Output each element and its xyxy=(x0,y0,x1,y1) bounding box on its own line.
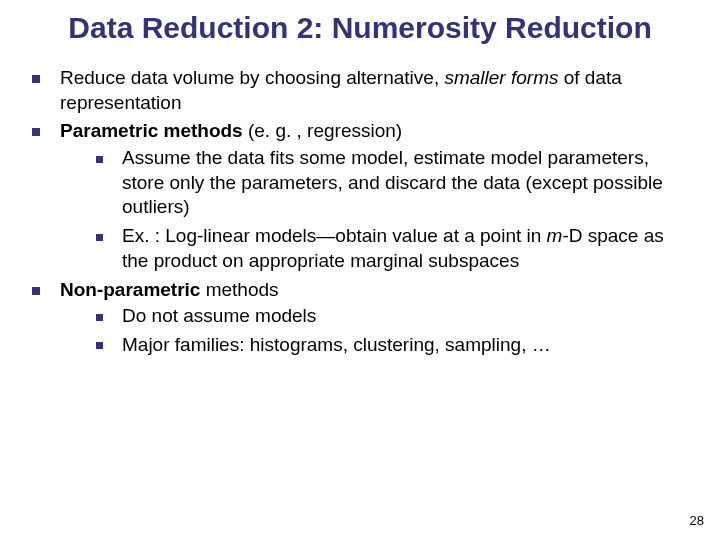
sub-bullet: Ex. : Log-linear models—obtain value at … xyxy=(92,224,692,273)
slide: Data Reduction 2: Numerosity Reduction R… xyxy=(0,0,720,358)
square-bullet-icon xyxy=(96,342,103,349)
text: Reduce data volume by choosing alternati… xyxy=(60,67,444,88)
square-bullet-icon xyxy=(32,75,40,83)
square-bullet-icon xyxy=(96,234,103,241)
text-bold: Parametric methods xyxy=(60,120,243,141)
square-bullet-icon xyxy=(96,156,103,163)
sub-list: Assume the data fits some model, estimat… xyxy=(60,146,692,273)
sub-bullet: Major families: histograms, clustering, … xyxy=(92,333,692,358)
text: (e. g. , regression) xyxy=(243,120,402,141)
text: methods xyxy=(200,279,278,300)
text: Major families: histograms, clustering, … xyxy=(122,334,551,355)
text: Ex. : Log-linear models—obtain value at … xyxy=(122,225,547,246)
text-italic: m xyxy=(547,225,563,246)
bullet-parametric: Parametric methods (e. g. , regression) … xyxy=(28,119,692,273)
sub-bullet: Assume the data fits some model, estimat… xyxy=(92,146,692,220)
slide-title: Data Reduction 2: Numerosity Reduction xyxy=(28,10,692,46)
bullet-list: Reduce data volume by choosing alternati… xyxy=(28,66,692,358)
bullet-nonparametric: Non-parametric methods Do not assume mod… xyxy=(28,278,692,358)
text: Assume the data fits some model, estimat… xyxy=(122,147,663,217)
bullet-intro: Reduce data volume by choosing alternati… xyxy=(28,66,692,115)
square-bullet-icon xyxy=(32,287,40,295)
square-bullet-icon xyxy=(96,314,103,321)
text-italic: smaller forms xyxy=(444,67,558,88)
slide-content: Reduce data volume by choosing alternati… xyxy=(28,66,692,358)
sub-list: Do not assume models Major families: his… xyxy=(60,304,692,357)
sub-bullet: Do not assume models xyxy=(92,304,692,329)
square-bullet-icon xyxy=(32,128,40,136)
text-bold: Non-parametric xyxy=(60,279,200,300)
text: Do not assume models xyxy=(122,305,316,326)
page-number: 28 xyxy=(690,513,704,528)
